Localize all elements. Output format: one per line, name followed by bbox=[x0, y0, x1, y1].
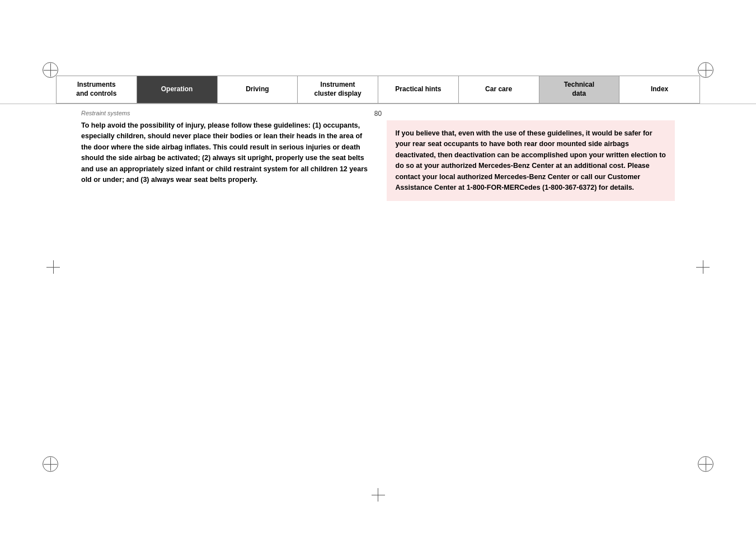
nav-item-instrument-cluster-display[interactable]: Instrument cluster display bbox=[298, 76, 378, 103]
nav-item-car-care[interactable]: Car care bbox=[459, 76, 539, 103]
navigation-bar: Instruments and controls Operation Drivi… bbox=[56, 76, 700, 104]
nav-item-instruments-controls[interactable]: Instruments and controls bbox=[57, 76, 137, 103]
corner-decoration-br bbox=[689, 447, 722, 481]
nav-item-index[interactable]: Index bbox=[619, 76, 699, 103]
bottom-rule bbox=[0, 104, 756, 104]
nav-item-practical-hints[interactable]: Practical hints bbox=[378, 76, 459, 103]
mid-decoration-left bbox=[36, 250, 70, 284]
nav-item-technical-data[interactable]: Technical data bbox=[539, 76, 620, 103]
content-area: To help avoid the possibility of injury,… bbox=[81, 120, 675, 201]
section-label: Restraint systems bbox=[81, 110, 130, 116]
left-text-block: To help avoid the possibility of injury,… bbox=[81, 120, 370, 185]
nav-item-driving[interactable]: Driving bbox=[218, 76, 298, 103]
right-column: If you believe that, even with the use o… bbox=[387, 120, 675, 201]
left-column: To help avoid the possibility of injury,… bbox=[81, 120, 370, 201]
nav-item-operation[interactable]: Operation bbox=[137, 76, 218, 103]
mid-decoration-right bbox=[686, 250, 720, 284]
page-number: 80 bbox=[374, 110, 382, 118]
corner-decoration-bl bbox=[34, 447, 67, 481]
mid-decoration-bottom bbox=[361, 478, 395, 512]
warning-box: If you believe that, even with the use o… bbox=[387, 120, 675, 201]
